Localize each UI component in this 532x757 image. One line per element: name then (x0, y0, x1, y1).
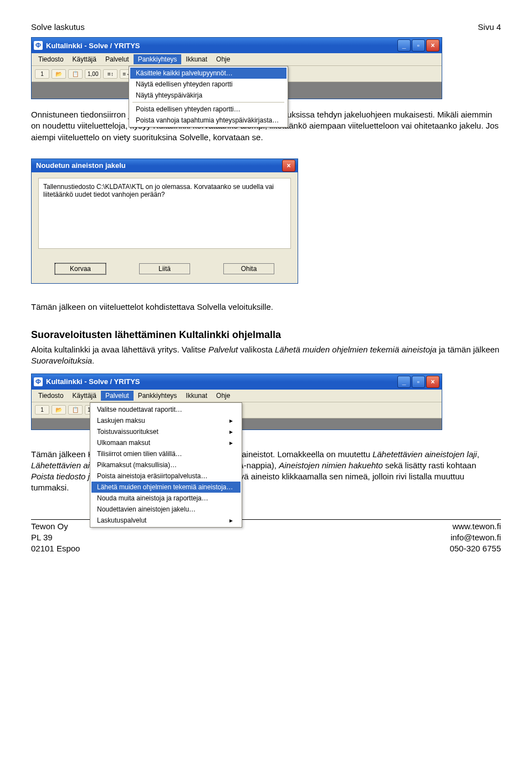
dialog-title: Noudetun aineiston jakelu (34, 161, 282, 170)
dropdown-item[interactable]: Näytä edellisen yhteyden raportti (130, 79, 287, 90)
liita-button[interactable]: Liitä (139, 263, 190, 274)
menu-käyttäjä[interactable]: Käyttäjä (68, 54, 101, 64)
window2-titlebar: Φ Kultalinkki - Solve / YRITYS _ ▫ × (32, 374, 442, 390)
dialog-close-button[interactable]: × (282, 160, 295, 172)
menu-tiedosto[interactable]: Tiedosto (34, 54, 68, 64)
palvelut-dropdown: Valitse noudettavat raportit…Laskujen ma… (90, 402, 242, 528)
korvaa-button[interactable]: Korvaa (55, 263, 106, 274)
maximize-button[interactable]: ▫ (412, 39, 425, 52)
window1-title: Kultalinkki - Solve / YRITYS (46, 42, 397, 50)
dropdown-item[interactable]: Ulkomaan maksut (91, 437, 241, 448)
dropdown-item[interactable]: Lähetä muiden ohjelmien tekemiä aineisto… (91, 482, 241, 493)
close-button[interactable]: × (426, 39, 439, 52)
menu-palvelut[interactable]: Palvelut (101, 391, 134, 401)
menu-ohje[interactable]: Ohje (212, 54, 234, 64)
menu-käyttäjä[interactable]: Käyttäjä (68, 391, 101, 401)
paragraph-3: Aloita kultalinkki ja avaa lähettävä yri… (31, 344, 501, 367)
paragraph-2: Tämän jälkeen on viiteluettelot kohdiste… (31, 301, 501, 313)
window2-title: Kultalinkki - Solve / YRITYS (46, 377, 397, 386)
app-icon: Φ (34, 41, 43, 50)
footer-right: www.tewon.fi info@tewon.fi 050-320 6755 (449, 521, 501, 555)
toolbar-button-2[interactable]: 📋 (68, 405, 83, 415)
dropdown-item[interactable]: Nouda muita aineistoja ja raportteja… (91, 493, 241, 504)
window2-menubar: TiedostoKäyttäjäPalvelutPankkiyhteysIkku… (32, 390, 442, 402)
page-header: Solve laskutus Sivu 4 (31, 22, 501, 32)
menu-pankkiyhteys[interactable]: Pankkiyhteys (134, 54, 182, 64)
toolbar-button-0[interactable]: 1 (35, 69, 49, 79)
dropdown-item[interactable]: Pikamaksut (maksullisia)… (91, 459, 241, 470)
menu-ohje[interactable]: Ohje (212, 391, 234, 401)
dropdown-item[interactable]: Laskutuspalvelut (91, 515, 241, 526)
window1-titlebar: Φ Kultalinkki - Solve / YRITYS _ ▫ × (32, 38, 442, 53)
menu-pankkiyhteys[interactable]: Pankkiyhteys (134, 391, 182, 401)
toolbar-button-3[interactable]: 1,00 (85, 69, 101, 79)
toolbar-button-2[interactable]: 📋 (68, 69, 83, 79)
menu-ikkunat[interactable]: Ikkunat (181, 54, 212, 64)
window1-menubar: TiedostoKäyttäjäPalvelutPankkiyhteysIkku… (32, 53, 442, 66)
dropdown-item[interactable]: Noudettavien aineistojen jakelu… (91, 504, 241, 515)
toolbar-button-1[interactable]: 📂 (52, 69, 66, 79)
dialog-message: Tallennustiedosto C:\KLDATA\KTL on jo ol… (38, 178, 291, 249)
menu-ikkunat[interactable]: Ikkunat (181, 391, 212, 401)
toolbar-button-1[interactable]: 📂 (52, 405, 66, 415)
dialog-noudetun-aineiston-jakelu: Noudetun aineiston jakelu × Tallennustie… (31, 158, 298, 284)
close-button[interactable]: × (426, 376, 439, 388)
dialog-body: Tallennustiedosto C:\KLDATA\KTL on jo ol… (32, 172, 298, 283)
toolbar-button-0[interactable]: 1 (35, 405, 49, 415)
app-icon: Φ (34, 377, 43, 386)
dropdown-item[interactable]: Poista edellisen yhteyden raportti… (130, 104, 287, 115)
header-right: Sivu 4 (478, 22, 501, 32)
dropdown-item[interactable]: Toistuvaissuoritukset (91, 426, 241, 437)
dropdown-item[interactable]: Tilisiirrot omien tilien välillä… (91, 448, 241, 459)
dropdown-item[interactable]: Poista aineistoja eräsiirtopalvelusta… (91, 470, 241, 482)
window1-toolbar: 1📂📋1,00≡↕≡↔ Käsittele kaikki palvelupyyn… (32, 66, 442, 82)
minimize-button[interactable]: _ (397, 39, 411, 52)
screenshot-window-2: Φ Kultalinkki - Solve / YRITYS _ ▫ × Tie… (31, 374, 442, 430)
dropdown-item[interactable]: Käsittele kaikki palvelupyynnöt… (130, 68, 287, 79)
dropdown-item[interactable]: Poista vanhoja tapahtumia yhteyspäiväkir… (130, 115, 287, 126)
dropdown-item[interactable]: Näytä yhteyspäiväkirja (130, 90, 287, 101)
pankkiyhteys-dropdown: Käsittele kaikki palvelupyynnöt…Näytä ed… (129, 66, 288, 127)
maximize-button[interactable]: ▫ (412, 376, 425, 388)
menu-tiedosto[interactable]: Tiedosto (34, 391, 68, 401)
dropdown-item[interactable]: Laskujen maksu (91, 415, 241, 426)
minimize-button[interactable]: _ (397, 376, 411, 388)
window2-toolbar: 1📂📋1,00≡↕≡↔ Valitse noudettavat raportit… (32, 402, 442, 418)
ohita-button[interactable]: Ohita (223, 263, 274, 274)
footer-left: Tewon Oy PL 39 02101 Espoo (31, 521, 80, 555)
section-heading: Suoraveloitusten lähettäminen Kultalinkk… (31, 329, 501, 341)
header-left: Solve laskutus (31, 22, 85, 32)
toolbar-button-4[interactable]: ≡↕ (103, 69, 117, 79)
dropdown-item[interactable]: Valitse noudettavat raportit… (91, 404, 241, 415)
menu-palvelut[interactable]: Palvelut (101, 54, 134, 64)
dialog-titlebar: Noudetun aineiston jakelu × (32, 159, 298, 172)
screenshot-window-1: Φ Kultalinkki - Solve / YRITYS _ ▫ × Tie… (31, 37, 442, 99)
